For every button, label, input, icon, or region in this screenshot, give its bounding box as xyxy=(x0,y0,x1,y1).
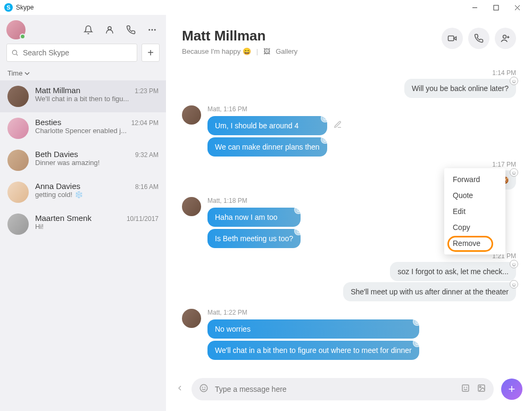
sticker-button[interactable] xyxy=(461,383,470,395)
svg-point-5 xyxy=(148,29,150,31)
gallery-link[interactable]: Gallery xyxy=(276,47,297,55)
react-icon[interactable]: ☺ xyxy=(413,339,421,347)
incoming-message[interactable]: No worries☺ xyxy=(207,319,419,339)
add-participant-button[interactable] xyxy=(495,28,516,49)
edit-icon[interactable] xyxy=(334,120,342,131)
presence-dot-icon xyxy=(20,34,26,39)
react-icon[interactable]: ☺ xyxy=(510,280,518,289)
status-text: Because I'm happy 😄 xyxy=(182,47,251,55)
chat-time: 9:32 AM xyxy=(135,151,159,159)
contacts-button[interactable] xyxy=(102,22,117,37)
incoming-message[interactable]: We can make dinner plans then☺ xyxy=(207,137,327,157)
svg-rect-17 xyxy=(462,385,469,391)
svg-point-16 xyxy=(205,387,205,388)
video-call-button[interactable] xyxy=(442,28,463,49)
search-input[interactable] xyxy=(23,48,132,57)
svg-point-14 xyxy=(200,384,207,392)
avatar xyxy=(7,213,29,235)
react-icon[interactable]: ☺ xyxy=(510,77,518,85)
outgoing-message[interactable]: Will you be back online later?☺ xyxy=(404,79,516,98)
chat-name: Maarten Smenk xyxy=(35,213,92,223)
sender-avatar xyxy=(182,105,201,125)
chat-item[interactable]: Besties12:04 PM Charlotte Spencer enable… xyxy=(0,112,166,144)
menu-forward[interactable]: Forward xyxy=(444,171,505,187)
outgoing-message[interactable]: soz I forgot to ask, let me check...☺ xyxy=(390,262,516,281)
svg-rect-10 xyxy=(448,36,454,41)
avatar xyxy=(7,86,29,107)
audio-call-button[interactable] xyxy=(468,28,489,49)
contact-name: Matt Millman xyxy=(182,28,442,44)
message-input[interactable] xyxy=(215,385,454,393)
gallery-icon: 🖼 xyxy=(263,47,270,55)
compose-box[interactable] xyxy=(192,378,494,400)
react-icon[interactable]: ☺ xyxy=(413,317,421,326)
chat-item[interactable]: Beth Davies9:32 AM Dinner was amazing! xyxy=(0,144,166,176)
close-button[interactable] xyxy=(506,0,528,15)
my-avatar[interactable] xyxy=(6,20,26,39)
add-button[interactable]: + xyxy=(142,44,160,62)
react-icon[interactable]: ☺ xyxy=(294,206,303,214)
back-button[interactable] xyxy=(176,384,184,394)
chat-item[interactable]: Maarten Smenk10/11/2017 Hi! xyxy=(0,208,166,240)
emoji-button[interactable] xyxy=(199,383,209,395)
sidebar: + Time Matt Millman1:23 PM We'll chat in… xyxy=(0,15,166,411)
react-icon[interactable]: ☺ xyxy=(321,135,329,144)
divider: | xyxy=(256,47,258,55)
incoming-message[interactable]: Haha now I am too☺ xyxy=(207,208,301,227)
more-button[interactable] xyxy=(145,22,160,37)
search-box[interactable] xyxy=(6,44,137,62)
svg-point-4 xyxy=(108,27,111,30)
chat-name: Besties xyxy=(35,118,61,127)
react-icon[interactable]: ☺ xyxy=(321,114,329,122)
timestamp: 1:17 PM xyxy=(182,161,516,168)
chat-item[interactable]: Anna Davies8:16 AM getting cold! ❄️ xyxy=(0,176,166,208)
svg-point-18 xyxy=(464,387,464,388)
svg-line-9 xyxy=(16,54,18,56)
title-bar: S Skype xyxy=(0,0,532,15)
chat-time: 1:23 PM xyxy=(135,87,159,95)
svg-point-11 xyxy=(503,35,506,38)
react-icon[interactable]: ☺ xyxy=(294,227,303,235)
chat-name: Anna Davies xyxy=(35,182,80,191)
sender-avatar xyxy=(182,309,201,328)
chat-preview: Hi! xyxy=(35,223,159,231)
composer: + xyxy=(166,374,532,411)
conversation-pane: Matt Millman Because I'm happy 😄 | 🖼 Gal… xyxy=(166,15,532,411)
chat-preview: getting cold! ❄️ xyxy=(35,191,159,199)
sort-selector[interactable]: Time xyxy=(0,66,166,80)
chat-preview: We'll chat in a bit then to figu... xyxy=(35,95,159,103)
menu-remove[interactable]: Remove xyxy=(444,235,505,251)
attachment-button[interactable] xyxy=(477,383,486,395)
incoming-message[interactable]: We'll chat in a bit then to figure out w… xyxy=(207,341,419,360)
incoming-message[interactable]: Um, I should be around 4☺ xyxy=(207,116,327,135)
search-icon xyxy=(11,49,19,56)
send-fab[interactable]: + xyxy=(501,379,522,400)
chat-list: Matt Millman1:23 PM We'll chat in a bit … xyxy=(0,80,166,411)
chat-item[interactable]: Matt Millman1:23 PM We'll chat in a bit … xyxy=(0,80,166,112)
react-icon[interactable]: ☺ xyxy=(510,168,518,177)
incoming-message[interactable]: Is Beth meeting us too?☺ xyxy=(207,229,301,248)
outgoing-message[interactable]: She'll meet up with us after dinner at t… xyxy=(343,282,516,301)
svg-rect-20 xyxy=(478,385,485,391)
timestamp: 1:14 PM xyxy=(182,69,516,77)
svg-point-19 xyxy=(467,387,467,388)
react-icon[interactable]: ☺ xyxy=(510,260,518,268)
menu-copy[interactable]: Copy xyxy=(444,219,505,235)
notifications-button[interactable] xyxy=(81,22,96,37)
avatar xyxy=(7,150,29,171)
maximize-button[interactable] xyxy=(485,0,506,15)
avatar xyxy=(7,118,29,139)
avatar xyxy=(7,182,29,203)
minimize-button[interactable] xyxy=(464,0,485,15)
chat-name: Matt Millman xyxy=(35,86,80,95)
svg-point-8 xyxy=(12,50,16,54)
sender-avatar xyxy=(182,197,201,216)
svg-point-6 xyxy=(152,29,153,31)
svg-rect-1 xyxy=(494,5,498,10)
sender-label: Matt, 1:16 PM xyxy=(207,105,327,113)
menu-quote[interactable]: Quote xyxy=(444,187,505,203)
svg-point-7 xyxy=(154,29,156,31)
message-list: 1:14 PM Will you be back online later?☺ … xyxy=(166,65,532,374)
calls-button[interactable] xyxy=(123,22,138,37)
menu-edit[interactable]: Edit xyxy=(444,203,505,219)
